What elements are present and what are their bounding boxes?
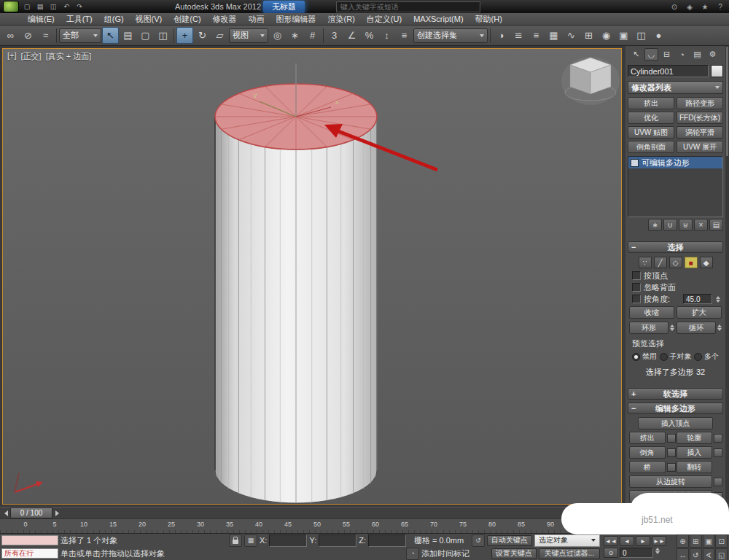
go-to-end-icon[interactable]: ►► xyxy=(652,536,666,546)
viewport[interactable]: x y [+][ xyxy=(2,48,622,505)
menu-item[interactable]: 动画 xyxy=(243,13,270,26)
search-icon[interactable]: ⊙ xyxy=(668,1,680,12)
key-filters-button[interactable]: 关键点过滤器... xyxy=(539,548,600,559)
element-mode-icon[interactable]: ◆ xyxy=(700,257,713,268)
object-color-swatch[interactable] xyxy=(711,65,723,77)
align-icon[interactable]: ≌ xyxy=(510,27,527,44)
menu-item[interactable]: 渲染(R) xyxy=(322,13,361,26)
outline-button[interactable]: 轮廓 xyxy=(677,432,713,444)
menu-item[interactable]: 创建(C) xyxy=(168,13,206,26)
ring-button[interactable]: 环形 xyxy=(629,322,668,334)
select-and-move-icon[interactable]: + xyxy=(176,27,193,44)
max-logo-icon[interactable] xyxy=(3,1,19,12)
redo-icon[interactable]: ↷ xyxy=(74,1,85,12)
preview-subobject-radio[interactable]: 子对象 xyxy=(660,351,692,362)
menu-item[interactable]: 视图(V) xyxy=(130,13,168,26)
edit-named-selection-sets-icon[interactable]: ≡ xyxy=(396,27,413,44)
communication-center-icon[interactable]: ◈ xyxy=(684,1,695,12)
display-tab-icon[interactable]: ▤ xyxy=(690,48,704,61)
selected-object-dropdown[interactable]: 选定对象 xyxy=(534,534,600,547)
selection-filter-dropdown[interactable]: 全部 xyxy=(59,28,101,43)
set-key-button[interactable]: 设置关键点 xyxy=(491,548,537,559)
select-and-scale-icon[interactable]: ▱ xyxy=(211,27,228,44)
search-input[interactable] xyxy=(339,2,477,12)
modifier-set-button[interactable]: 优化 xyxy=(628,112,674,124)
utilities-tab-icon[interactable]: ⚙ xyxy=(706,48,720,61)
time-slider-track[interactable]: 0 / 100 xyxy=(0,507,625,518)
bind-to-space-warp-icon[interactable]: ≈ xyxy=(37,27,54,44)
by-angle-checkbox[interactable] xyxy=(632,295,641,303)
undo-icon[interactable]: ↶ xyxy=(61,1,72,12)
zoom-extents-icon[interactable]: ▣ xyxy=(703,534,715,548)
keyboard-override-icon[interactable]: # xyxy=(304,27,321,44)
configure-modifier-sets-icon[interactable]: ▤ xyxy=(709,219,723,231)
track-bar-ruler[interactable]: 0510152025303540455055606570758085909510… xyxy=(0,518,625,533)
help-icon[interactable]: ? xyxy=(714,1,726,12)
menu-item[interactable]: 修改器 xyxy=(207,13,243,26)
named-selection-dropdown[interactable]: 创建选择集 xyxy=(413,28,488,43)
bevel-settings-button[interactable] xyxy=(667,448,676,457)
edge-mode-icon[interactable]: ╱ xyxy=(654,257,667,268)
hinge-settings-button[interactable] xyxy=(714,478,722,486)
viewport-menu[interactable]: [正交] xyxy=(21,51,42,62)
menu-item[interactable]: 图形编辑器 xyxy=(270,13,322,26)
selection-lock-icon[interactable] xyxy=(229,534,242,547)
loop-button[interactable]: 循环 xyxy=(677,322,716,334)
menu-item[interactable]: 自定义(U) xyxy=(361,13,408,26)
graphite-ribbon-icon[interactable]: ▦ xyxy=(545,27,562,44)
render-setup-icon[interactable]: ▣ xyxy=(615,27,632,44)
frame-spinner[interactable] xyxy=(655,548,660,558)
select-and-link-icon[interactable]: ∞ xyxy=(2,27,19,44)
next-frame-arrow[interactable] xyxy=(52,508,61,518)
save-file-icon[interactable]: ◫ xyxy=(47,1,59,12)
pan-icon[interactable]: ↔ xyxy=(677,548,689,560)
modify-tab-icon[interactable]: ◡ xyxy=(644,48,658,61)
reference-coordinate-dropdown[interactable]: 视图 xyxy=(229,28,268,43)
modifier-set-button[interactable]: 路径变形 xyxy=(677,97,723,109)
menu-item[interactable]: 帮助(H) xyxy=(469,13,508,26)
hinge-from-edge-button[interactable]: 从边旋转 xyxy=(629,475,712,488)
inset-button[interactable]: 插入 xyxy=(677,446,713,459)
percent-snap-icon[interactable]: % xyxy=(361,27,378,44)
viewport-menu[interactable]: [+] xyxy=(7,51,17,62)
maximize-viewport-icon[interactable]: ◱ xyxy=(715,548,728,560)
pin-stack-icon[interactable]: ∗ xyxy=(648,219,662,231)
viewcube[interactable] xyxy=(561,57,620,105)
zoom-all-icon[interactable]: ⊞ xyxy=(690,534,702,548)
previous-frame-arrow[interactable] xyxy=(1,508,10,518)
select-and-rotate-icon[interactable]: ↻ xyxy=(194,27,211,44)
snap-toggle-icon[interactable]: 3 xyxy=(326,27,343,44)
absolute-mode-icon[interactable]: ▦ xyxy=(244,534,257,547)
create-tab-icon[interactable]: ↖ xyxy=(629,48,643,61)
bridge-button[interactable]: 桥 xyxy=(629,461,666,473)
modifier-set-button[interactable]: UVW 贴图 xyxy=(628,126,674,139)
curve-editor-icon[interactable]: ∿ xyxy=(563,27,580,44)
new-scene-icon[interactable]: ▢ xyxy=(21,1,33,12)
orbit-icon[interactable]: ↺ xyxy=(690,548,702,560)
extrude-button[interactable]: 挤出 xyxy=(629,432,666,444)
polygon-mode-icon[interactable]: ■ xyxy=(685,257,698,268)
shrink-button[interactable]: 收缩 xyxy=(629,306,674,319)
outline-settings-button[interactable] xyxy=(714,434,722,443)
make-unique-icon[interactable]: ⊎ xyxy=(679,219,693,231)
rollout-edit-polygons[interactable]: − 编辑多边形 xyxy=(628,402,723,414)
open-file-icon[interactable]: ▤ xyxy=(34,1,46,12)
border-mode-icon[interactable]: ◇ xyxy=(669,257,682,268)
angle-value-field[interactable]: 45.0 xyxy=(683,294,712,304)
select-by-name-icon[interactable]: ▤ xyxy=(120,27,136,44)
play-icon[interactable]: ► xyxy=(636,536,650,546)
object-name-field[interactable]: Cylinder001 xyxy=(628,65,709,77)
x-coordinate-field[interactable] xyxy=(269,534,307,547)
current-frame-field[interactable]: 0 xyxy=(620,548,653,558)
render-production-icon[interactable]: ● xyxy=(650,27,667,44)
show-end-result-icon[interactable]: ∪ xyxy=(663,219,677,231)
flip-button[interactable]: 翻转 xyxy=(677,461,713,473)
angle-snap-icon[interactable]: ∠ xyxy=(343,27,360,44)
select-and-manipulate-icon[interactable]: ∗ xyxy=(286,27,303,44)
remove-modifier-icon[interactable]: × xyxy=(694,219,708,231)
schematic-view-icon[interactable]: ⊞ xyxy=(580,27,597,44)
rendered-frame-icon[interactable]: ◫ xyxy=(633,27,650,44)
spinner-snap-icon[interactable]: ↕ xyxy=(378,27,395,44)
viewport-menu[interactable]: [真实 + 边面] xyxy=(46,51,92,62)
grow-button[interactable]: 扩大 xyxy=(677,306,722,319)
